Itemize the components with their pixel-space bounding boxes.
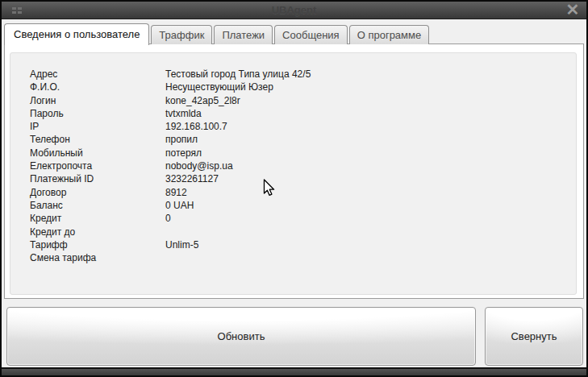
form-row-ip: IP 192.168.100.7 (30, 120, 576, 133)
field-label: Кредит до (30, 226, 165, 238)
form-row-balance: Баланс 0 UAH (30, 199, 576, 212)
refresh-button[interactable]: Обновить (6, 307, 476, 366)
field-value: nobody@isp.ua (165, 160, 576, 172)
field-label: IP (30, 120, 165, 133)
field-label: Баланс (30, 199, 165, 212)
field-label: Мобильный (30, 147, 165, 160)
form-row-email: Електропочта nobody@isp.ua (30, 160, 576, 172)
field-label: Ф.И.О. (30, 81, 165, 93)
form-row-address: Адрес Тестовый город Типа улица 42/5 (30, 68, 576, 81)
field-value: пропил (165, 133, 576, 146)
field-label: Смена тарифа (30, 251, 165, 264)
form-row-credit-until: Кредит до (30, 226, 576, 238)
menu-icon-dot (18, 7, 22, 10)
form-row-password: Пароль tvtxmlda (30, 107, 576, 120)
form-row-mobile: Мобильный потерял (30, 147, 576, 160)
window-menu-icon[interactable] (12, 7, 22, 14)
menu-icon-dot (18, 11, 22, 14)
field-value: tvtxmlda (165, 107, 576, 120)
field-label: Тарифф (30, 238, 165, 251)
form-row-tariff: Тарифф Unlim-5 (30, 238, 576, 251)
field-value: 0 (165, 212, 576, 225)
field-value: kone_42ap5_2l8r (165, 94, 576, 107)
menu-icon-dot (12, 11, 16, 14)
tab-payments[interactable]: Платежи (214, 25, 273, 44)
field-label: Платежный ID (30, 172, 165, 185)
field-label: Адрес (30, 68, 165, 81)
close-icon[interactable]: ✕ (564, 0, 582, 19)
tab-traffic[interactable]: Траффик (151, 25, 212, 44)
tab-user-info[interactable]: Сведения о пользователе (4, 23, 149, 45)
field-label: Електропочта (30, 160, 165, 172)
app-window: UBAgent ✕ Сведения о пользователе Траффи… (0, 0, 588, 377)
form-row-fullname: Ф.И.О. Несуществующий Юзер (30, 81, 576, 93)
field-value (165, 226, 576, 238)
field-value: 192.168.100.7 (165, 120, 576, 133)
form-row-credit: Кредит 0 (30, 212, 576, 225)
field-value: Тестовый город Типа улица 42/5 (165, 68, 576, 81)
user-info-form: Адрес Тестовый город Типа улица 42/5 Ф.И… (10, 53, 576, 264)
tab-bar: Сведения о пользователе Траффик Платежи … (2, 19, 586, 44)
field-value: потерял (165, 147, 576, 160)
field-label: Кредит (30, 212, 165, 225)
field-value: Unlim-5 (165, 238, 576, 251)
tab-about[interactable]: О программе (349, 25, 430, 44)
minimize-button[interactable]: Свернуть (485, 307, 583, 366)
menu-icon-dot (12, 7, 16, 10)
user-info-panel: Адрес Тестовый город Типа улица 42/5 Ф.И… (10, 52, 577, 295)
form-row-contract: Договор 8912 (30, 186, 576, 199)
field-value: 3232261127 (165, 172, 576, 185)
form-row-login: Логин kone_42ap5_2l8r (30, 94, 576, 107)
window-title: UBAgent (2, 4, 586, 16)
field-label: Договор (30, 186, 165, 199)
form-row-payment-id: Платежный ID 3232261127 (30, 172, 576, 185)
field-value: 8912 (165, 186, 576, 199)
tab-messages[interactable]: Сообщения (274, 25, 348, 44)
field-label: Логин (30, 94, 165, 107)
field-label: Пароль (30, 107, 165, 120)
bottom-window-edge (2, 367, 586, 375)
tab-content-panel: Адрес Тестовый город Типа улица 42/5 Ф.И… (4, 44, 584, 299)
titlebar: UBAgent ✕ (2, 2, 586, 19)
field-value: 0 UAH (165, 199, 576, 212)
field-value: Несуществующий Юзер (165, 81, 576, 93)
field-value (165, 251, 576, 264)
form-row-phone: Телефон пропил (30, 133, 576, 146)
form-row-tariff-change: Смена тарифа (30, 251, 576, 264)
field-label: Телефон (30, 133, 165, 146)
